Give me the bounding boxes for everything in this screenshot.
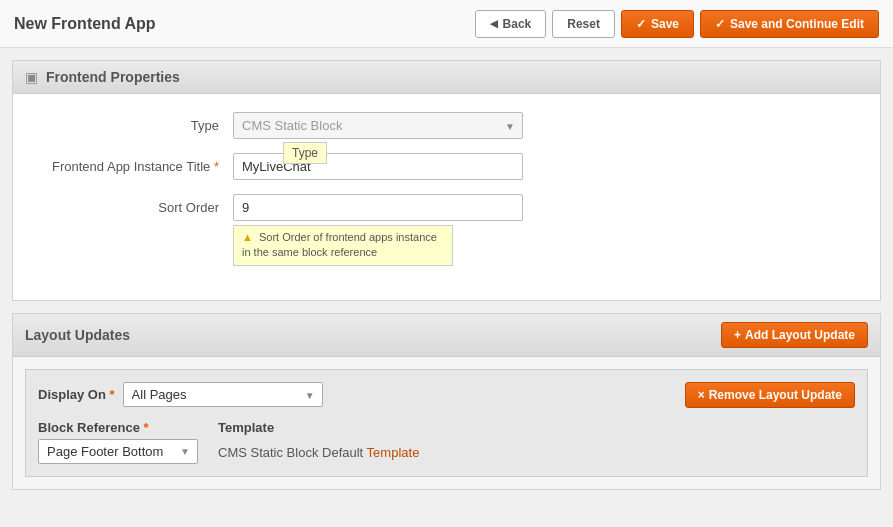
frontend-properties-panel: ▣ Frontend Properties Type CMS Static Bl… xyxy=(12,60,881,301)
sort-order-field: ▲ Sort Order of frontend apps instance i… xyxy=(233,194,523,266)
title-required: * xyxy=(214,159,219,174)
display-on-required: * xyxy=(110,387,115,402)
hint-icon: ▲ xyxy=(242,231,253,243)
save-button[interactable]: ✓ Save xyxy=(621,10,694,38)
template-value: CMS Static Block Default Template xyxy=(218,439,419,460)
type-field: CMS Static Block ▼ Type xyxy=(233,112,523,139)
page-header: New Frontend App ◀ Back Reset ✓ Save ✓ S… xyxy=(0,0,893,48)
chevron-left-icon: ◀ xyxy=(490,18,498,29)
sort-order-row: Sort Order ▲ Sort Order of frontend apps… xyxy=(33,194,860,266)
header-actions: ◀ Back Reset ✓ Save ✓ Save and Continue … xyxy=(475,10,879,38)
frontend-properties-header: ▣ Frontend Properties xyxy=(13,61,880,94)
sort-order-hint: ▲ Sort Order of frontend apps instance i… xyxy=(233,225,453,266)
block-reference-col: Block Reference * Page Footer Bottom Pag… xyxy=(38,420,198,464)
display-on-label: Display On * xyxy=(38,387,115,402)
frontend-properties-title: Frontend Properties xyxy=(46,69,180,85)
title-label: Frontend App Instance Title * xyxy=(33,153,233,174)
template-col: Template CMS Static Block Default Templa… xyxy=(218,420,419,460)
block-reference-label: Block Reference * xyxy=(38,420,198,435)
layout-body: Display On * All Pages Anchor Categories… xyxy=(13,357,880,489)
save-continue-check-icon: ✓ xyxy=(715,17,725,31)
title-input[interactable] xyxy=(233,153,523,180)
type-select[interactable]: CMS Static Block xyxy=(233,112,523,139)
type-row: Type CMS Static Block ▼ Type xyxy=(33,112,860,139)
reset-button[interactable]: Reset xyxy=(552,10,615,38)
template-label: Template xyxy=(218,420,419,435)
title-field xyxy=(233,153,523,180)
remove-layout-update-button[interactable]: × Remove Layout Update xyxy=(685,382,855,408)
block-reference-select[interactable]: Page Footer Bottom Page Header Page Foot… xyxy=(38,439,198,464)
frontend-properties-body: Type CMS Static Block ▼ Type Fron xyxy=(13,94,880,300)
layout-item: Display On * All Pages Anchor Categories… xyxy=(25,369,868,477)
save-continue-button[interactable]: ✓ Save and Continue Edit xyxy=(700,10,879,38)
sort-order-label: Sort Order xyxy=(33,194,233,215)
layout-updates-header: Layout Updates + Add Layout Update xyxy=(13,314,880,357)
type-label: Type xyxy=(33,112,233,133)
type-tooltip: Type xyxy=(283,142,327,164)
layout-updates-panel: Layout Updates + Add Layout Update Displ… xyxy=(12,313,881,490)
main-content: ▣ Frontend Properties Type CMS Static Bl… xyxy=(0,48,893,502)
remove-icon: × xyxy=(698,388,705,402)
save-check-icon: ✓ xyxy=(636,17,646,31)
type-select-wrapper: CMS Static Block ▼ xyxy=(233,112,523,139)
add-icon: + xyxy=(734,328,741,342)
sort-order-input[interactable] xyxy=(233,194,523,221)
back-button[interactable]: ◀ Back xyxy=(475,10,547,38)
title-row: Frontend App Instance Title * xyxy=(33,153,860,180)
display-on-select[interactable]: All Pages Anchor Categories Non-Anchor C… xyxy=(123,382,323,407)
template-link[interactable]: Template xyxy=(367,445,420,460)
page-title: New Frontend App xyxy=(14,15,156,33)
display-on-select-wrapper: All Pages Anchor Categories Non-Anchor C… xyxy=(123,382,323,407)
add-layout-update-button[interactable]: + Add Layout Update xyxy=(721,322,868,348)
panel-icon: ▣ xyxy=(25,69,38,85)
block-reference-required: * xyxy=(144,420,149,435)
layout-updates-title: Layout Updates xyxy=(25,327,130,343)
block-template-row: Block Reference * Page Footer Bottom Pag… xyxy=(38,420,855,464)
display-on-row: Display On * All Pages Anchor Categories… xyxy=(38,382,323,407)
block-reference-select-wrapper: Page Footer Bottom Page Header Page Foot… xyxy=(38,439,198,464)
layout-item-header: Display On * All Pages Anchor Categories… xyxy=(38,382,855,408)
